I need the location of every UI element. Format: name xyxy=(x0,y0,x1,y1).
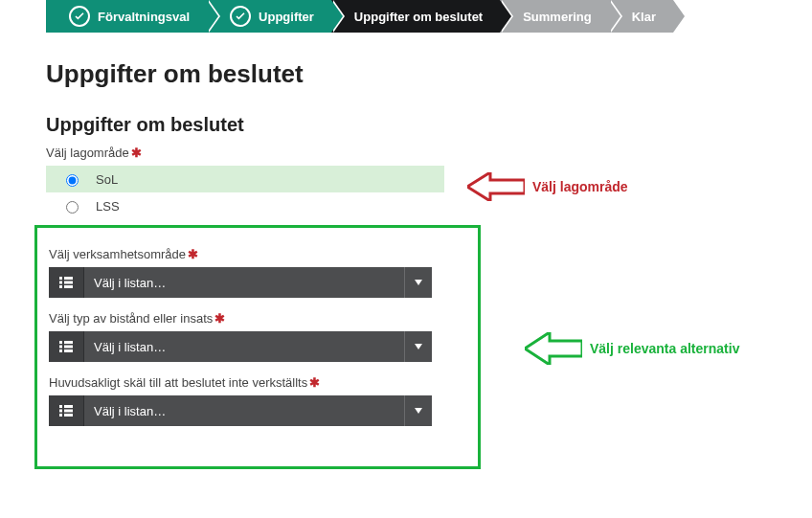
lagomrade-label: Välj lagområde✱ xyxy=(46,146,812,160)
annotation-relevant: Välj relevanta alternativ xyxy=(525,332,739,365)
svg-marker-21 xyxy=(415,408,422,414)
skal-label: Huvudsakligt skäl till att beslutet inte… xyxy=(49,375,468,390)
step-summering[interactable]: Summering xyxy=(500,0,609,33)
bistand-label: Välj typ av bistånd eller insats✱ xyxy=(49,311,468,326)
required-icon: ✱ xyxy=(214,311,225,326)
verksamhet-dropdown[interactable]: Välj i listan… xyxy=(49,267,432,298)
check-icon xyxy=(69,6,90,27)
svg-marker-22 xyxy=(525,332,582,365)
required-icon: ✱ xyxy=(309,375,320,390)
step-label: Förvaltningsval xyxy=(98,10,190,24)
svg-rect-19 xyxy=(59,414,62,417)
svg-rect-10 xyxy=(59,346,62,349)
step-label: Klar xyxy=(632,10,656,24)
svg-rect-3 xyxy=(59,282,62,284)
list-icon xyxy=(49,267,84,298)
svg-rect-1 xyxy=(59,277,62,280)
svg-rect-20 xyxy=(64,414,73,417)
svg-marker-0 xyxy=(467,172,525,201)
svg-rect-18 xyxy=(64,410,73,413)
section-title: Uppgifter om beslutet xyxy=(46,114,812,136)
step-label: Uppgifter xyxy=(259,10,314,24)
svg-rect-17 xyxy=(59,410,62,413)
svg-marker-14 xyxy=(415,344,422,349)
step-label: Uppgifter om beslutet xyxy=(354,10,483,24)
radio-lss-input[interactable] xyxy=(66,201,79,214)
list-icon xyxy=(49,331,84,362)
radio-lss[interactable]: LSS xyxy=(46,192,444,219)
svg-rect-11 xyxy=(64,346,73,349)
page-title: Uppgifter om beslutet xyxy=(46,59,812,89)
step-uppgifter[interactable]: Uppgifter xyxy=(207,0,331,33)
dropdown-value: Välj i listan… xyxy=(84,395,404,426)
skal-dropdown[interactable]: Välj i listan… xyxy=(49,395,432,426)
arrow-left-icon xyxy=(525,332,582,365)
svg-rect-4 xyxy=(64,282,73,284)
svg-rect-13 xyxy=(64,349,73,352)
radio-sol-input[interactable] xyxy=(66,174,79,187)
check-icon xyxy=(230,6,251,27)
verksamhet-label: Välj verksamhetsområde✱ xyxy=(49,247,468,261)
chevron-down-icon[interactable] xyxy=(404,331,432,362)
svg-rect-8 xyxy=(59,341,62,344)
svg-rect-9 xyxy=(64,341,73,344)
dropdown-value: Välj i listan… xyxy=(84,331,404,362)
annotation-lagomrade: Välj lagområde xyxy=(467,172,628,201)
radio-sol-label: SoL xyxy=(96,172,118,187)
bistand-dropdown[interactable]: Välj i listan… xyxy=(49,331,432,362)
svg-rect-15 xyxy=(59,405,62,408)
svg-marker-7 xyxy=(415,280,422,285)
svg-rect-16 xyxy=(64,405,73,408)
chevron-down-icon[interactable] xyxy=(404,267,432,298)
green-highlight-box: Välj verksamhetsområde✱ Välj i listan… V… xyxy=(34,225,481,469)
radio-sol[interactable]: SoL xyxy=(46,166,444,192)
step-label: Summering xyxy=(523,10,592,24)
radio-lss-label: LSS xyxy=(96,199,120,214)
svg-rect-5 xyxy=(59,285,62,288)
required-icon: ✱ xyxy=(131,146,142,160)
list-icon xyxy=(49,395,84,426)
required-icon: ✱ xyxy=(188,247,198,261)
svg-rect-2 xyxy=(64,277,73,280)
progress-steps: Förvaltningsval Uppgifter Uppgifter om b… xyxy=(46,0,812,33)
chevron-down-icon[interactable] xyxy=(404,395,432,426)
svg-rect-6 xyxy=(64,285,73,288)
step-forvaltningsval[interactable]: Förvaltningsval xyxy=(46,0,207,33)
svg-rect-12 xyxy=(59,349,62,352)
arrow-left-icon xyxy=(467,172,525,201)
step-uppgifter-om-beslutet[interactable]: Uppgifter om beslutet xyxy=(331,0,500,33)
dropdown-value: Välj i listan… xyxy=(84,267,404,298)
